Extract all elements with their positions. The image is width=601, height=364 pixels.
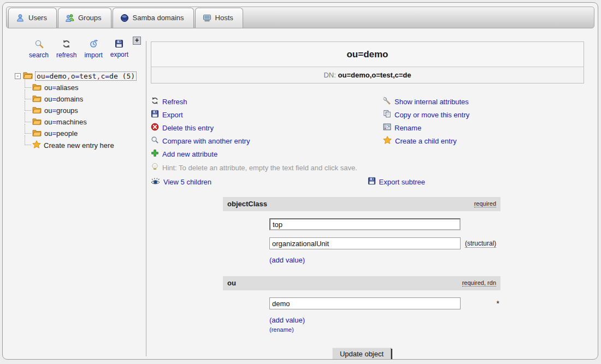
wrench-icon — [383, 97, 391, 106]
tab-label: Samba domains — [133, 14, 184, 22]
entry-actions: Refresh Export Delete this entry Compare… — [151, 95, 584, 160]
export-tool[interactable]: export — [110, 39, 128, 59]
tool-label: import — [84, 51, 102, 59]
folder-icon — [32, 106, 42, 115]
export-subtree-link[interactable]: Export subtree — [368, 175, 585, 188]
import-icon — [89, 39, 98, 50]
update-object-button[interactable]: Update object — [332, 348, 391, 360]
dn-label: DN: — [323, 71, 335, 79]
content-area: + search refresh import export — [3, 28, 598, 356]
compare-entry-link[interactable]: Compare with another entry — [151, 134, 383, 147]
user-icon — [16, 14, 25, 22]
tree-item-machines[interactable]: ou=machines — [23, 117, 143, 127]
refresh-link[interactable]: Refresh — [151, 95, 383, 108]
tree-item-label[interactable]: ou=people — [44, 129, 78, 138]
hint-text-row: Hint: To delete an attribute, empty the … — [151, 161, 584, 174]
tab-label: Users — [28, 14, 47, 22]
eye-icon — [151, 177, 160, 187]
tab-users[interactable]: Users — [8, 8, 57, 28]
tree-root-entry[interactable]: - ou=demo,o=test,c=de (5) — [15, 71, 143, 81]
tool-label: export — [110, 51, 128, 58]
delete-entry-link[interactable]: Delete this entry — [151, 121, 383, 134]
view-children-link[interactable]: View 5 children — [151, 175, 368, 188]
tab-label: Hosts — [215, 14, 233, 22]
show-internal-attributes-link[interactable]: Show internal attributes — [383, 95, 469, 108]
lightbulb-icon — [151, 163, 159, 173]
tree-item-people[interactable]: ou=people — [23, 129, 143, 138]
structural-note: (structural) — [465, 240, 496, 247]
globe-icon — [120, 14, 129, 22]
dn-value: ou=demo,o=test,c=de — [338, 71, 411, 79]
attribute-value-row: (structural) — [269, 237, 500, 249]
refresh-tool[interactable]: refresh — [56, 39, 76, 59]
tree-sidebar: + search refresh import export — [3, 28, 143, 356]
add-value-link[interactable]: (add value) — [269, 316, 500, 324]
refresh-icon — [151, 97, 159, 106]
tree-item-create-new-entry[interactable]: Create new entry here — [23, 140, 143, 150]
tree-root-label[interactable]: ou=demo,o=test,c=de (5) — [35, 71, 137, 81]
entry-panel: ou=demo DN: ou=demo,o=test,c=de Refresh … — [146, 33, 598, 360]
tab-groups[interactable]: Groups — [58, 8, 111, 28]
action-label: View 5 children — [163, 178, 211, 186]
ldap-tree: - ou=demo,o=test,c=de (5) ou=aliases ou=… — [15, 71, 143, 150]
tab-bar: Users Groups Samba domains Hosts — [6, 7, 594, 28]
secondary-actions: View 5 children Export subtree — [151, 175, 584, 188]
app-window: Users Groups Samba domains Hosts + searc… — [2, 2, 598, 360]
expand-tree-button[interactable]: + — [133, 37, 141, 45]
collapse-icon[interactable]: - — [15, 73, 21, 79]
copy-icon — [383, 110, 391, 120]
tree-item-label[interactable]: ou=machines — [44, 118, 87, 126]
star-icon — [383, 136, 392, 146]
structural-note-text: (structural) — [465, 240, 496, 248]
folder-icon — [32, 83, 42, 92]
tab-label: Groups — [78, 14, 102, 22]
tree-item-label[interactable]: ou=aliases — [44, 83, 79, 92]
add-value-link[interactable]: (add value) — [269, 256, 500, 264]
star-icon — [32, 140, 41, 150]
action-label: Rename — [394, 124, 421, 132]
add-icon — [151, 149, 159, 159]
rename-attribute-link[interactable]: (rename) — [269, 326, 500, 333]
tree-item-groups[interactable]: ou=groups — [23, 106, 143, 115]
attribute-value-input[interactable] — [269, 297, 461, 309]
search-tool[interactable]: search — [29, 39, 49, 59]
attribute-value-input[interactable] — [269, 237, 461, 249]
create-child-entry-link[interactable]: Create a child entry — [383, 134, 469, 147]
search-icon — [34, 39, 44, 50]
tree-item-label[interactable]: Create new entry here — [44, 141, 114, 150]
group-icon — [66, 14, 74, 22]
entry-dn: DN: ou=demo,o=test,c=de — [151, 67, 584, 83]
attribute-flags: required, rdn — [462, 279, 496, 287]
rename-icon — [383, 123, 391, 133]
action-label: Export subtree — [379, 178, 426, 186]
attribute-name: ou — [227, 279, 236, 287]
attribute-value-input[interactable] — [269, 218, 461, 230]
tool-label: refresh — [56, 51, 76, 59]
tree-item-label[interactable]: ou=groups — [44, 106, 78, 115]
folder-icon — [32, 117, 42, 127]
hint-text: Hint: To delete an attribute, empty the … — [162, 164, 357, 172]
copy-move-entry-link[interactable]: Copy or move this entry — [383, 108, 469, 121]
export-link[interactable]: Export — [151, 108, 383, 121]
action-label: Create a child entry — [395, 137, 457, 145]
tree-item-domains[interactable]: ou=domains — [23, 94, 143, 104]
folder-icon — [32, 94, 42, 104]
rename-link[interactable]: Rename — [383, 121, 469, 134]
import-tool[interactable]: import — [84, 39, 102, 59]
refresh-icon — [62, 39, 71, 50]
attribute-flags: required — [474, 200, 496, 207]
folder-icon — [32, 129, 42, 138]
add-attribute-link[interactable]: Add new attribute — [151, 147, 383, 160]
actions-right-column: Show internal attributes Copy or move th… — [383, 95, 469, 160]
tab-samba-domains[interactable]: Samba domains — [113, 8, 194, 28]
tab-hosts[interactable]: Hosts — [195, 8, 243, 28]
tree-item-label[interactable]: ou=domains — [44, 95, 83, 103]
entry-header: ou=demo DN: ou=demo,o=test,c=de — [151, 41, 584, 83]
host-icon — [203, 14, 211, 22]
delete-icon — [151, 123, 159, 133]
action-label: Delete this entry — [162, 124, 214, 132]
tree-item-aliases[interactable]: ou=aliases — [23, 83, 143, 92]
export-icon — [151, 110, 159, 120]
compare-icon — [151, 136, 159, 146]
attribute-value-row: * — [269, 297, 500, 309]
